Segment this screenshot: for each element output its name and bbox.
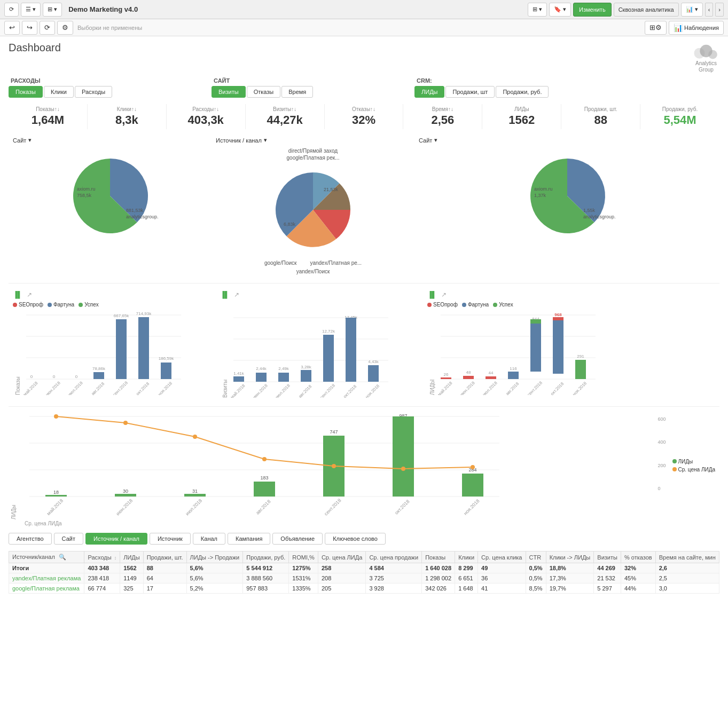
search-icon-header[interactable]: 🔍 xyxy=(59,554,66,560)
svg-rect-68 xyxy=(441,377,451,379)
tab-rashody[interactable]: Расходы xyxy=(75,86,112,98)
svg-text:12,72k: 12,72k xyxy=(322,329,335,334)
settings-btn[interactable]: ⚙ xyxy=(57,21,73,35)
totals-bounce: 32% xyxy=(621,563,655,573)
pie-middle-svg: 21,53k 6,83k xyxy=(260,167,366,253)
bar-icon-middle[interactable]: ▐▌ xyxy=(220,290,230,300)
second-toolbar: ↩ ↪ ⟳ ⚙ Выборки не применены ⊞⚙ 📊 Наблюд… xyxy=(0,19,728,36)
row2-romi: 1335% xyxy=(289,584,318,594)
svg-point-111 xyxy=(262,457,267,461)
svg-rect-97 xyxy=(115,494,136,497)
svg-text:747: 747 xyxy=(330,429,338,435)
legend-lidy-combo: ЛИДы xyxy=(672,459,715,464)
y-label-right-bar: ЛИДЫ xyxy=(427,310,435,395)
totals-sales-qty: 88 xyxy=(143,563,186,573)
svg-text:1,55k: 1,55k xyxy=(583,208,596,213)
tab-prodazhi-sht[interactable]: Продажи, шт xyxy=(445,86,495,98)
chart-icon-btn[interactable]: 📊 ▾ xyxy=(681,3,703,17)
svg-text:сент.2018: сент.2018 xyxy=(323,498,342,516)
pie-middle-wrapper: 21,53k 6,83k google/Поиск yandex/Платная… xyxy=(216,162,410,258)
bar-icon-right[interactable]: ▐▌ xyxy=(427,290,437,300)
tab-pokazy[interactable]: Показы xyxy=(9,86,43,98)
filter-tab-source-channel[interactable]: Источник / канал xyxy=(85,533,147,545)
row1-sales-qty: 64 xyxy=(143,573,186,584)
metric-vizity: Визиты↑↓ 44,27k xyxy=(246,104,325,129)
totals-avg-lead: 258 xyxy=(318,563,365,573)
legend-seo: SEOпроф xyxy=(13,302,43,308)
sort-expenses[interactable]: ↕ xyxy=(114,555,117,561)
modify-btn[interactable]: Изменить xyxy=(573,3,612,17)
pie-left-dropdown[interactable]: Сайт ▾ xyxy=(13,137,207,144)
row1-avg-click: 36 xyxy=(478,573,526,584)
svg-rect-82 xyxy=(575,360,586,379)
svg-text:31: 31 xyxy=(192,489,198,494)
chart-legend-right: SEOпроф Фартуна Успех xyxy=(427,302,715,308)
filter-tab-keyword[interactable]: Ключевое слово xyxy=(325,533,386,545)
line-icon-right[interactable]: ↗ xyxy=(439,290,449,300)
filter-tab-site[interactable]: Сайт xyxy=(54,533,83,545)
filter-tab-source[interactable]: Источник xyxy=(150,533,191,545)
y-tick-400: 400 xyxy=(658,439,666,445)
tab-vremya[interactable]: Время xyxy=(281,86,313,98)
nav-back-btn[interactable]: ⟳ xyxy=(4,3,19,17)
svg-point-114 xyxy=(471,465,475,469)
tab-vizity[interactable]: Визиты xyxy=(212,86,246,98)
metric-prodazhi-rub-label: Продажи, руб. xyxy=(645,106,715,112)
tab-kliki[interactable]: Клики xyxy=(44,86,74,98)
pie-charts-row: Сайт ▾ axiom.ru 758,5k 881,53k analytics… xyxy=(9,135,719,277)
legend-dot-seo xyxy=(13,303,17,307)
prev-btn[interactable]: ‹ xyxy=(705,3,714,17)
svg-text:667,65k: 667,65k xyxy=(114,313,129,318)
undo-btn[interactable]: ↩ xyxy=(4,21,20,35)
table-row: yandex/Платная реклама 238 418 1149 64 5… xyxy=(9,573,719,584)
site-tabs: Визиты Отказы Время xyxy=(212,86,414,98)
mode-toggle-btn[interactable]: ⊞ ▾ xyxy=(43,3,62,17)
combo-chart-body: 18 30 31 183 747 xyxy=(19,411,656,519)
y-tick-600: 600 xyxy=(658,416,666,422)
svg-text:июн.2018: июн.2018 xyxy=(115,498,134,516)
filter-tab-channel[interactable]: Канал xyxy=(193,533,225,545)
pie-right-dropdown[interactable]: Сайт ▾ xyxy=(419,137,715,144)
svg-rect-43 xyxy=(233,376,244,382)
totals-sales-rub: 5 544 912 xyxy=(243,563,289,573)
col-avg-lead: Ср. цена ЛИДа xyxy=(318,552,365,563)
svg-text:авг.2018: авг.2018 xyxy=(298,384,312,398)
metric-vizity-value: 44,27k xyxy=(250,113,320,127)
display-btn[interactable]: ⊞ ▾ xyxy=(528,3,547,17)
analytics-btn[interactable]: Сквозная аналитика xyxy=(614,3,679,17)
line-icon-middle[interactable]: ↗ xyxy=(232,290,241,300)
row1-clicks: 6 651 xyxy=(455,573,478,584)
next-btn[interactable]: › xyxy=(715,3,724,17)
pie-left-wrapper: axiom.ru 758,5k 881,53k analyticsgroup.r… xyxy=(13,148,207,244)
view-toggle-btn[interactable]: ☰ ▾ xyxy=(21,3,41,17)
bar-icon-left[interactable]: ▐▌ xyxy=(13,290,22,300)
svg-rect-101 xyxy=(254,482,275,497)
filter-tab-ad[interactable]: Объявление xyxy=(272,533,323,545)
bookmark-btn[interactable]: 🔖 ▾ xyxy=(549,3,571,17)
col-avg-sale: Ср. цена продажи xyxy=(366,552,422,563)
refresh-btn[interactable]: ⟳ xyxy=(40,21,55,35)
metric-vremya: Время↑↓ 2,56 xyxy=(403,104,482,129)
svg-point-113 xyxy=(401,467,405,471)
legend-label-seo: SEOпроф xyxy=(19,302,43,308)
pie-chart-left: Сайт ▾ axiom.ru 758,5k 881,53k analytics… xyxy=(9,135,212,277)
tab-prodazhi-rub[interactable]: Продажи, руб. xyxy=(496,86,549,98)
legend-dot-uspeh-r xyxy=(493,303,497,307)
line-icon-left[interactable]: ↗ xyxy=(25,290,34,300)
filter-tab-agency[interactable]: Агентство xyxy=(9,533,52,545)
metric-rashody: Расходы↑↓ 403,3k xyxy=(167,104,246,129)
row2-time: 3,0 xyxy=(655,584,719,594)
main-content: Dashboard AnalyticsGroup РАСХОДЫ САЙТ CR… xyxy=(0,36,728,709)
observations-btn[interactable]: 📊 Наблюдения xyxy=(669,21,724,35)
filter-tab-campaign[interactable]: Кампания xyxy=(228,533,270,545)
legend-label-uspeh-r: Успех xyxy=(499,302,513,308)
row2-ctr: 8,5% xyxy=(526,584,546,594)
totals-clicks: 8 299 xyxy=(455,563,478,573)
redo-btn[interactable]: ↪ xyxy=(22,21,37,35)
tab-otkazy[interactable]: Отказы xyxy=(247,86,281,98)
pie-middle-dropdown[interactable]: Источник / канал ▾ xyxy=(216,137,410,144)
row2-bounce: 44% xyxy=(621,584,655,594)
svg-point-108 xyxy=(54,414,58,419)
tab-lidy[interactable]: ЛИДы xyxy=(414,86,444,98)
filter-btn[interactable]: ⊞⚙ xyxy=(645,21,667,35)
